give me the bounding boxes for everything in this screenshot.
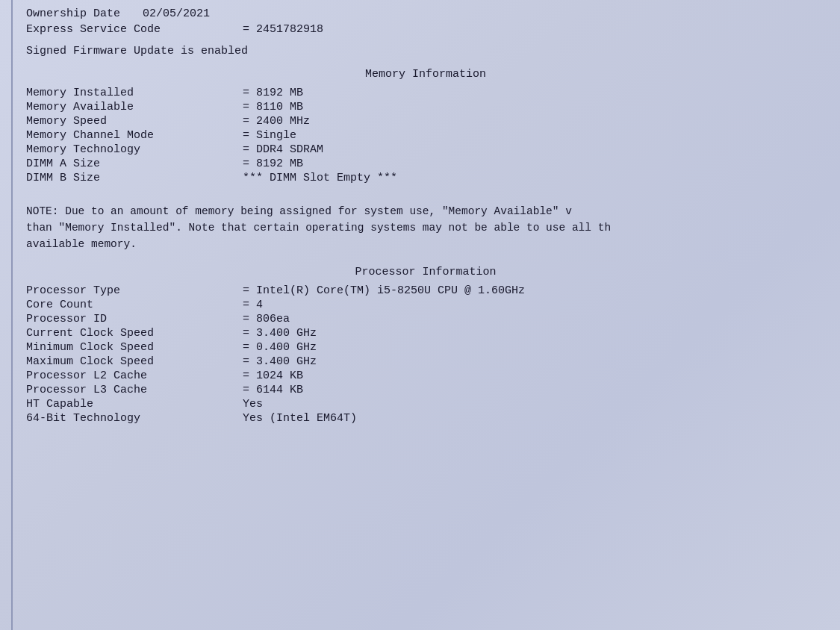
memory-speed-value: = 2400 MHz: [243, 115, 310, 128]
dimm-a-value: = 8192 MB: [243, 158, 303, 170]
dimm-b-row: DIMM B Size *** DIMM Slot Empty ***: [26, 172, 825, 184]
processor-type-label: Processor Type: [26, 284, 243, 297]
maximum-clock-speed-label: Maximum Clock Speed: [26, 355, 243, 368]
ownership-date-label: Ownership Date: [26, 7, 120, 20]
64bit-technology-row: 64-Bit Technology Yes (Intel EM64T): [26, 412, 825, 425]
processor-section-title: Processor Information: [26, 266, 825, 278]
dimm-b-label: DIMM B Size: [26, 172, 243, 184]
64bit-technology-value: Yes (Intel EM64T): [243, 412, 357, 425]
dimm-b-value: *** DIMM Slot Empty ***: [243, 172, 397, 184]
maximum-clock-speed-value: = 3.400 GHz: [243, 355, 317, 368]
processor-info-table: Processor Type = Intel(R) Core(TM) i5-82…: [26, 284, 825, 425]
memory-channel-mode-row: Memory Channel Mode = Single: [26, 129, 825, 142]
express-service-code-value: = 2451782918: [243, 23, 323, 36]
memory-section-title: Memory Information: [26, 68, 825, 81]
memory-installed-row: Memory Installed = 8192 MB: [26, 87, 825, 99]
maximum-clock-speed-row: Maximum Clock Speed = 3.400 GHz: [26, 355, 825, 368]
memory-technology-row: Memory Technology = DDR4 SDRAM: [26, 143, 825, 156]
memory-speed-label: Memory Speed: [26, 115, 243, 128]
memory-technology-label: Memory Technology: [26, 143, 243, 156]
ht-capable-row: HT Capable Yes: [26, 398, 825, 411]
current-clock-speed-value: = 3.400 GHz: [243, 327, 317, 340]
processor-l2-cache-value: = 1024 KB: [243, 369, 303, 382]
memory-available-label: Memory Available: [26, 101, 243, 113]
ht-capable-value: Yes: [243, 398, 263, 411]
memory-info-table: Memory Installed = 8192 MB Memory Availa…: [26, 87, 825, 184]
express-service-code-row: Express Service Code = 2451782918: [26, 23, 825, 36]
memory-technology-value: = DDR4 SDRAM: [243, 143, 323, 156]
processor-l3-cache-label: Processor L3 Cache: [26, 384, 243, 396]
firmware-note: Signed Firmware Update is enabled: [26, 45, 825, 57]
dimm-a-label: DIMM A Size: [26, 158, 243, 170]
memory-note: NOTE: Due to an amount of memory being a…: [26, 204, 825, 252]
minimum-clock-speed-label: Minimum Clock Speed: [26, 341, 243, 354]
memory-channel-mode-value: = Single: [243, 129, 296, 142]
minimum-clock-speed-value: = 0.400 GHz: [243, 341, 317, 354]
memory-available-row: Memory Available = 8110 MB: [26, 101, 825, 113]
64bit-technology-label: 64-Bit Technology: [26, 412, 243, 425]
processor-type-row: Processor Type = Intel(R) Core(TM) i5-82…: [26, 284, 825, 297]
processor-id-label: Processor ID: [26, 313, 243, 325]
memory-note-line2: than "Memory Installed". Note that certa…: [26, 220, 825, 237]
memory-speed-row: Memory Speed = 2400 MHz: [26, 115, 825, 128]
ownership-date-value: 02/05/2021: [143, 7, 210, 20]
processor-id-row: Processor ID = 806ea: [26, 313, 825, 325]
memory-installed-label: Memory Installed: [26, 87, 243, 99]
memory-available-value: = 8110 MB: [243, 101, 303, 113]
core-count-label: Core Count: [26, 299, 243, 311]
memory-channel-mode-label: Memory Channel Mode: [26, 129, 243, 142]
core-count-value: = 4: [243, 299, 263, 311]
processor-type-value: = Intel(R) Core(TM) i5-8250U CPU @ 1.60G…: [243, 284, 525, 297]
core-count-row: Core Count = 4: [26, 299, 825, 311]
memory-note-line1: NOTE: Due to an amount of memory being a…: [26, 204, 825, 220]
bios-screen: Ownership Date 02/05/2021 Express Servic…: [0, 0, 840, 630]
express-service-code-label: Express Service Code: [26, 23, 243, 36]
memory-note-line3: available memory.: [26, 237, 825, 253]
processor-l3-cache-value: = 6144 KB: [243, 384, 303, 396]
dimm-a-row: DIMM A Size = 8192 MB: [26, 158, 825, 170]
processor-l3-cache-row: Processor L3 Cache = 6144 KB: [26, 384, 825, 396]
processor-l2-cache-label: Processor L2 Cache: [26, 369, 243, 382]
current-clock-speed-label: Current Clock Speed: [26, 327, 243, 340]
memory-installed-value: = 8192 MB: [243, 87, 303, 99]
left-border: [11, 0, 13, 630]
processor-l2-cache-row: Processor L2 Cache = 1024 KB: [26, 369, 825, 382]
processor-id-value: = 806ea: [243, 313, 290, 325]
current-clock-speed-row: Current Clock Speed = 3.400 GHz: [26, 327, 825, 340]
top-header: Ownership Date 02/05/2021: [26, 7, 825, 20]
minimum-clock-speed-row: Minimum Clock Speed = 0.400 GHz: [26, 341, 825, 354]
ht-capable-label: HT Capable: [26, 398, 243, 411]
